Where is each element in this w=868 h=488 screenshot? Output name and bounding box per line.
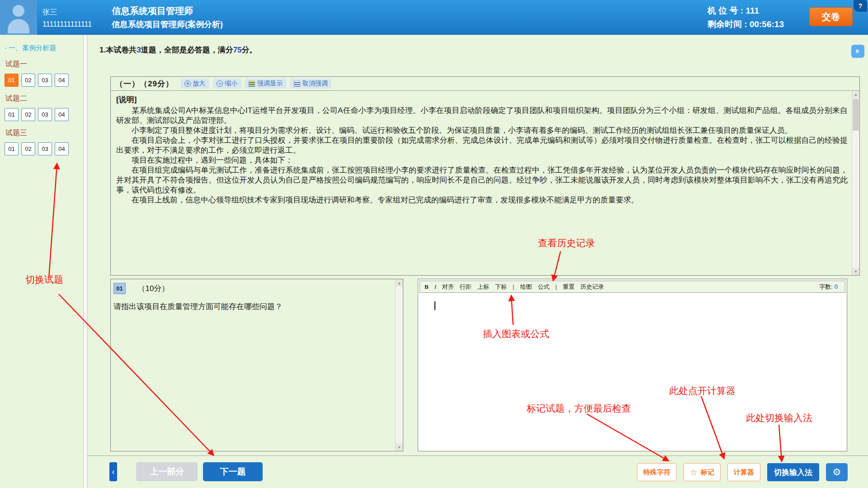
word-count-label: 字数: [819, 283, 833, 290]
question-row-2: 01 02 03 04 [5, 108, 79, 121]
question-button-3-03[interactable]: 03 [38, 142, 52, 155]
group-label-2: 试题二 [5, 94, 79, 103]
time-row: 剩余时间 : 00:56:13 [708, 18, 784, 31]
passage-tag: [说明] [116, 95, 848, 105]
annotation-calculator-tip: 此处点开计算器 [669, 385, 736, 397]
instruction-prefix: 1. [99, 46, 106, 54]
highlight-button[interactable]: 强调显示 [245, 79, 286, 89]
passage-paragraph: 小李制定了项目整体进度计划，将项目分为需求分析、设计、编码、试运行和验收五个阶段… [116, 126, 848, 136]
subscript-button[interactable]: 下标 [495, 283, 507, 291]
group-label-1: 试题一 [5, 60, 79, 69]
instruction-part1: 本试卷共 [106, 46, 137, 54]
settings-button[interactable]: ⚙ [826, 463, 848, 481]
history-button[interactable]: 历史记录 [580, 283, 604, 291]
station-time-info: 机 位 号 : 111 剩余时间 : 00:56:13 [708, 4, 784, 31]
question-button-2-02[interactable]: 02 [21, 108, 35, 121]
align-button[interactable]: 对齐 [442, 283, 454, 291]
question-button-3-02[interactable]: 02 [21, 142, 35, 155]
zoom-in-label: 放大 [193, 80, 205, 88]
passage-paragraph: 项目在实施过程中，遇到一些问题，具体如下： [116, 155, 848, 165]
main-content-area: 1.本试卷共3道题，全部是必答题，满分75分。 « （一）（29分） + 放大 … [87, 35, 868, 488]
gear-icon: ⚙ [833, 467, 841, 478]
line-spacing-button[interactable]: 行距 [460, 283, 472, 291]
annotation-switch-question: 切换试题 [25, 273, 63, 286]
station-label: 机 位 号 : [708, 6, 743, 15]
word-count: 字数:0 [819, 283, 838, 291]
group-label-3: 试题三 [5, 128, 79, 138]
previous-section-button[interactable]: 上一部分 [136, 462, 198, 481]
scroll-down-icon[interactable]: ▼ [396, 444, 403, 451]
section-case-analysis[interactable]: - 一、案例分析题 [5, 44, 79, 52]
highlight-label: 强调显示 [257, 80, 283, 88]
special-characters-button[interactable]: 特殊字符 [637, 463, 677, 481]
annotation-insert-chart: 插入图表或公式 [483, 328, 549, 340]
question-row-1: 01 02 03 04 [5, 74, 79, 87]
station-value: 111 [745, 6, 759, 15]
question-row-3: 01 02 03 04 [5, 142, 79, 155]
instruction-part3: 分。 [242, 46, 257, 54]
user-avatar-icon [0, 0, 37, 35]
question-button-2-04[interactable]: 04 [55, 108, 69, 121]
superscript-button[interactable]: 上标 [477, 283, 489, 291]
sub-question-score: （10分） [137, 284, 169, 293]
unhighlight-label: 取消强调 [302, 80, 328, 88]
scroll-up-icon[interactable]: ▲ [396, 279, 403, 286]
passage-scrollbar[interactable]: ▲ ▼ [852, 91, 859, 275]
user-name: 张三 [42, 6, 92, 18]
instruction-num-score: 75 [233, 46, 242, 54]
plus-circle-icon: + [184, 80, 191, 87]
sub-question-number-badge: 01 [113, 283, 126, 294]
collapse-left-tab[interactable]: ‹ [109, 462, 117, 481]
answer-input-area[interactable] [418, 294, 847, 450]
bold-button[interactable]: B [425, 283, 429, 291]
exam-instructions: 1.本试卷共3道题，全部是必答题，满分75分。 [99, 45, 257, 55]
scroll-down-icon[interactable]: ▼ [852, 268, 859, 275]
scroll-up-icon[interactable]: ▲ [852, 91, 859, 98]
passage-header-bar: （一）（29分） + 放大 − 缩小 强调显示 取消强调 [111, 77, 859, 91]
next-question-button[interactable]: 下一题 [203, 462, 263, 481]
sub-question-text: 请指出该项目在质量管理方面可能存在哪些问题？ [113, 301, 392, 312]
avatar-head-shape [13, 5, 24, 17]
passage-text: [说明] 某系统集成公司A中标某信息中心IT运维平台开发项目，公司A任命小李为项… [111, 91, 859, 205]
footer-tools: 特殊字符 ☆ 标记 计算器 切换输入法 ⚙ [637, 463, 848, 481]
question-button-3-04[interactable]: 04 [55, 142, 69, 155]
question-button-1-01[interactable]: 01 [5, 74, 19, 87]
passage-title: （一）（29分） [115, 79, 174, 89]
zoom-out-button[interactable]: − 缩小 [213, 79, 241, 89]
question-button-2-01[interactable]: 01 [5, 108, 19, 121]
time-remaining-label: 剩余时间 : [708, 19, 747, 29]
calculator-button[interactable]: 计算器 [727, 463, 760, 481]
passage-paragraph: 在项目上线前，信息中心领导组织技术专家到项目现场进行调研和考察。专家组对已完成的… [116, 195, 848, 205]
collapse-panel-button[interactable]: « [851, 45, 864, 58]
answer-editor-panel: B I 对齐 行距 上标 下标 | 绘图 公式 | 重置 历史记录 字数:0 [418, 279, 847, 451]
unhighlight-button[interactable]: 取消强调 [290, 79, 331, 89]
passage-paragraph: 在项目组完成编码与单元测试工作，准备进行系统集成前，张工按照项目经理小李的要求进… [116, 165, 848, 195]
switch-ime-button[interactable]: 切换输入法 [767, 463, 819, 481]
reset-button[interactable]: 重置 [563, 283, 575, 291]
zoom-in-button[interactable]: + 放大 [181, 79, 209, 89]
time-remaining-value: 00:56:13 [750, 19, 784, 29]
question-scrollbar[interactable]: ▲ ▼ [395, 279, 403, 451]
user-id: 11111111111111 [42, 18, 92, 30]
formula-button[interactable]: 公式 [538, 283, 549, 291]
question-button-1-04[interactable]: 04 [55, 74, 69, 87]
submit-paper-button[interactable]: 交卷 [809, 7, 853, 26]
toolbar-separator: | [555, 283, 557, 290]
mark-question-button[interactable]: ☆ 标记 [684, 463, 721, 481]
footer-bar: ‹ 上一部分 下一题 特殊字符 ☆ 标记 计算器 切换输入法 ⚙ [87, 455, 868, 488]
exam-subtitle: 信息系统项目管理师(案例分析) [112, 18, 223, 31]
question-button-2-03[interactable]: 03 [38, 108, 52, 121]
zoom-out-label: 缩小 [225, 80, 237, 88]
draw-button[interactable]: 绘图 [520, 283, 532, 291]
question-button-1-03[interactable]: 03 [38, 74, 52, 87]
exam-title: 信息系统项目管理师 [112, 4, 223, 18]
question-button-1-02[interactable]: 02 [21, 74, 35, 87]
instruction-num-questions: 3 [137, 46, 141, 54]
scrollbar-thumb[interactable] [853, 99, 859, 131]
help-icon[interactable]: ? [854, 0, 867, 12]
instruction-part2: 道题，全部是必答题，满分 [141, 46, 233, 54]
collapse-up-icon: « [854, 49, 862, 53]
question-button-3-01[interactable]: 01 [5, 142, 19, 155]
top-header-bar: 张三 11111111111111 信息系统项目管理师 信息系统项目管理师(案例… [0, 0, 868, 35]
italic-button[interactable]: I [434, 283, 436, 291]
